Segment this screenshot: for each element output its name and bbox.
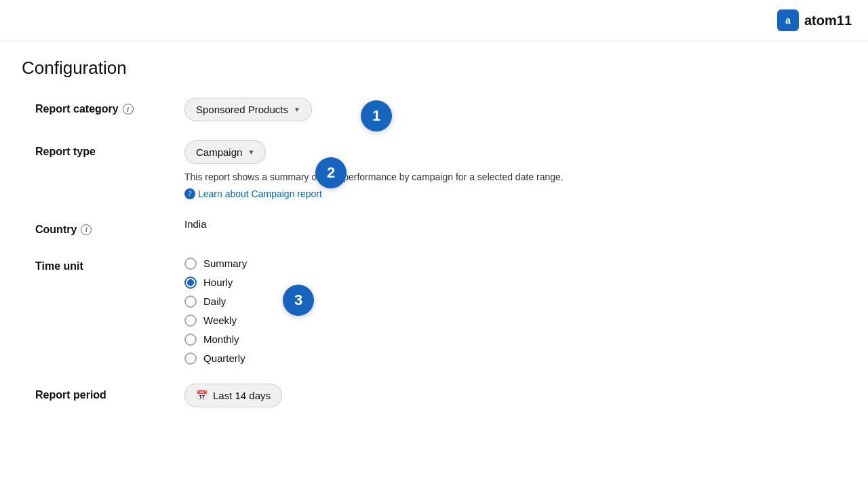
page-container: a atom11 Configuration Report category i… xyxy=(0,0,868,488)
radio-monthly-label: Monthly xyxy=(203,333,239,345)
country-info-icon[interactable]: i xyxy=(81,224,92,235)
country-control: India xyxy=(184,218,846,230)
radio-monthly-input[interactable] xyxy=(184,333,197,346)
calendar-icon: 📅 xyxy=(196,390,208,401)
radio-hourly-input[interactable] xyxy=(184,277,197,289)
country-row: Country i India xyxy=(35,218,846,236)
learn-more-link[interactable]: ? Learn about Campaign report xyxy=(184,188,846,199)
radio-hourly[interactable]: Hourly xyxy=(184,277,846,289)
question-icon: ? xyxy=(184,188,195,199)
time-unit-radio-group: Summary Hourly Daily Weekly xyxy=(184,255,846,365)
radio-quarterly-label: Quarterly xyxy=(203,352,245,364)
report-category-label: Report category i xyxy=(35,98,184,115)
radio-daily-input[interactable] xyxy=(184,296,197,308)
report-category-control: Sponsored Products ▼ xyxy=(184,98,846,121)
atom11-icon: a xyxy=(777,9,799,31)
report-type-row: Report type Campaign ▼ This report shows… xyxy=(35,140,846,199)
radio-quarterly-input[interactable] xyxy=(184,352,197,365)
page-title: Configuration xyxy=(22,58,846,79)
radio-summary-input[interactable] xyxy=(184,258,197,270)
radio-daily-label: Daily xyxy=(203,296,226,307)
radio-monthly[interactable]: Monthly xyxy=(184,333,846,346)
chevron-down-icon: ▼ xyxy=(248,148,254,156)
report-period-label: Report period xyxy=(35,384,184,401)
report-type-dropdown[interactable]: Campaign ▼ xyxy=(184,140,266,164)
report-category-info-icon[interactable]: i xyxy=(123,104,134,115)
country-value: India xyxy=(184,213,207,230)
top-bar: a atom11 xyxy=(0,0,868,41)
step-badge-2: 2 xyxy=(315,157,347,188)
step-badge-1: 1 xyxy=(361,100,392,131)
report-type-description: This report shows a summary of your perf… xyxy=(184,171,846,184)
country-label: Country i xyxy=(35,218,184,236)
chevron-down-icon: ▼ xyxy=(294,106,300,113)
radio-weekly-input[interactable] xyxy=(184,314,197,327)
step-badge-3: 3 xyxy=(283,285,314,316)
radio-summary-label: Summary xyxy=(203,258,247,269)
form-section: Report category i Sponsored Products ▼ R… xyxy=(22,98,846,407)
time-unit-row: Time unit Summary Hourly xyxy=(35,255,846,365)
report-type-dropdown-wrapper: Campaign ▼ xyxy=(184,140,266,164)
logo: a atom11 xyxy=(777,9,852,31)
atom11-logo-text: atom11 xyxy=(804,13,852,28)
report-period-control: 📅 Last 14 days xyxy=(184,384,846,407)
radio-hourly-label: Hourly xyxy=(203,277,233,288)
report-category-dropdown[interactable]: Sponsored Products ▼ xyxy=(184,98,312,121)
report-period-row: Report period 📅 Last 14 days xyxy=(35,384,846,407)
radio-summary[interactable]: Summary xyxy=(184,258,846,270)
radio-quarterly[interactable]: Quarterly xyxy=(184,352,846,365)
report-period-button[interactable]: 📅 Last 14 days xyxy=(184,384,282,407)
radio-weekly-label: Weekly xyxy=(203,314,237,326)
report-type-label: Report type xyxy=(35,140,184,158)
radio-weekly[interactable]: Weekly xyxy=(184,314,846,327)
report-category-dropdown-wrapper: Sponsored Products ▼ xyxy=(184,98,312,121)
main-content: Configuration Report category i Sponsore… xyxy=(0,41,868,424)
time-unit-control: Summary Hourly Daily Weekly xyxy=(184,255,846,365)
report-category-row: Report category i Sponsored Products ▼ xyxy=(35,98,846,121)
report-type-control: Campaign ▼ This report shows a summary o… xyxy=(184,140,846,199)
time-unit-label: Time unit xyxy=(35,255,184,272)
